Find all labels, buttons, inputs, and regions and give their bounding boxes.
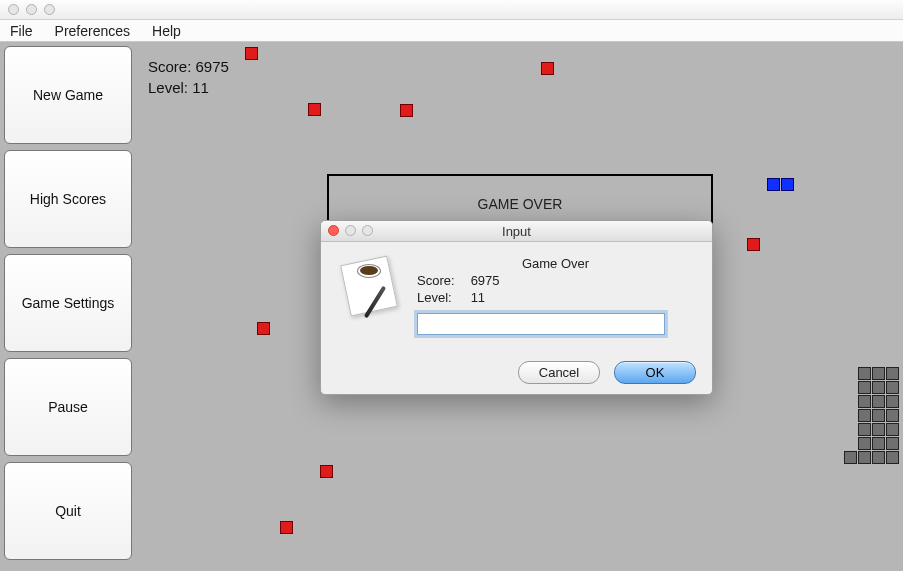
hud: Score: 6975 Level: 11 bbox=[148, 58, 229, 100]
score-label: Score: bbox=[148, 58, 191, 75]
level-line: Level: 11 bbox=[148, 79, 229, 96]
minimize-icon[interactable] bbox=[26, 4, 37, 15]
sidebar: New Game High Scores Game Settings Pause… bbox=[4, 46, 132, 560]
grey-block-icon bbox=[858, 451, 871, 464]
dialog-title: Input bbox=[502, 224, 531, 239]
menu-file[interactable]: File bbox=[10, 23, 33, 39]
grey-block-icon bbox=[886, 409, 899, 422]
grey-block-icon bbox=[872, 367, 885, 380]
dialog-level-value: 11 bbox=[471, 290, 485, 305]
dialog-score-line: Score: 6975 bbox=[417, 273, 694, 288]
high-scores-button[interactable]: High Scores bbox=[4, 150, 132, 248]
new-game-button[interactable]: New Game bbox=[4, 46, 132, 144]
level-value: 11 bbox=[192, 79, 209, 96]
dialog-titlebar: Input bbox=[321, 221, 712, 242]
close-icon[interactable] bbox=[328, 225, 339, 236]
window-titlebar bbox=[0, 0, 905, 20]
grey-block-icon bbox=[858, 381, 871, 394]
grey-block-icon bbox=[872, 437, 885, 450]
game-over-text: GAME OVER bbox=[478, 196, 563, 212]
red-block-icon bbox=[747, 238, 760, 251]
red-block-icon bbox=[245, 47, 258, 60]
quit-button[interactable]: Quit bbox=[4, 462, 132, 560]
grey-block-icon bbox=[858, 437, 871, 450]
dialog-score-label: Score: bbox=[417, 273, 467, 288]
grey-block-icon bbox=[886, 395, 899, 408]
score-value: 6975 bbox=[196, 58, 229, 75]
dialog-score-value: 6975 bbox=[471, 273, 500, 288]
red-block-icon bbox=[400, 104, 413, 117]
input-dialog: Input Game Over Score: 6975 Level: 11 bbox=[320, 220, 713, 395]
score-line: Score: 6975 bbox=[148, 58, 229, 75]
blue-block-icon bbox=[781, 178, 794, 191]
grey-block-icon bbox=[872, 381, 885, 394]
grey-block-icon bbox=[858, 367, 871, 380]
grey-block-icon bbox=[844, 451, 857, 464]
dialog-window-controls bbox=[328, 225, 373, 236]
grey-block-icon bbox=[858, 409, 871, 422]
game-over-banner: GAME OVER bbox=[327, 174, 713, 224]
window-controls bbox=[8, 4, 55, 15]
dialog-level-line: Level: 11 bbox=[417, 290, 694, 305]
grey-block-icon bbox=[886, 437, 899, 450]
dialog-content: Game Over Score: 6975 Level: 11 bbox=[417, 256, 694, 335]
grey-block-icon bbox=[872, 395, 885, 408]
ok-button[interactable]: OK bbox=[614, 361, 696, 384]
minimize-icon bbox=[345, 225, 356, 236]
red-block-icon bbox=[320, 465, 333, 478]
cancel-button[interactable]: Cancel bbox=[518, 361, 600, 384]
maximize-icon bbox=[362, 225, 373, 236]
menu-preferences[interactable]: Preferences bbox=[55, 23, 130, 39]
red-block-icon bbox=[257, 322, 270, 335]
java-application-icon bbox=[339, 256, 403, 320]
grey-block-icon bbox=[886, 423, 899, 436]
grey-block-icon bbox=[858, 395, 871, 408]
grey-block-icon bbox=[858, 423, 871, 436]
dialog-body: Game Over Score: 6975 Level: 11 bbox=[321, 242, 712, 345]
dialog-heading: Game Over bbox=[417, 256, 694, 271]
blue-block-icon bbox=[767, 178, 780, 191]
red-block-icon bbox=[541, 62, 554, 75]
maximize-icon[interactable] bbox=[44, 4, 55, 15]
grey-block-icon bbox=[886, 367, 899, 380]
grey-block-icon bbox=[886, 451, 899, 464]
grey-block-icon bbox=[872, 423, 885, 436]
game-settings-button[interactable]: Game Settings bbox=[4, 254, 132, 352]
grey-block-icon bbox=[872, 451, 885, 464]
grey-block-icon bbox=[872, 409, 885, 422]
name-input[interactable] bbox=[417, 313, 665, 335]
red-block-icon bbox=[308, 103, 321, 116]
grey-block-icon bbox=[886, 381, 899, 394]
red-block-icon bbox=[280, 521, 293, 534]
level-label: Level: bbox=[148, 79, 188, 96]
pause-button[interactable]: Pause bbox=[4, 358, 132, 456]
game-area: New Game High Scores Game Settings Pause… bbox=[0, 42, 905, 571]
dialog-buttons: Cancel OK bbox=[518, 361, 696, 384]
close-icon[interactable] bbox=[8, 4, 19, 15]
dialog-level-label: Level: bbox=[417, 290, 467, 305]
menu-bar: File Preferences Help bbox=[0, 20, 905, 42]
menu-help[interactable]: Help bbox=[152, 23, 181, 39]
